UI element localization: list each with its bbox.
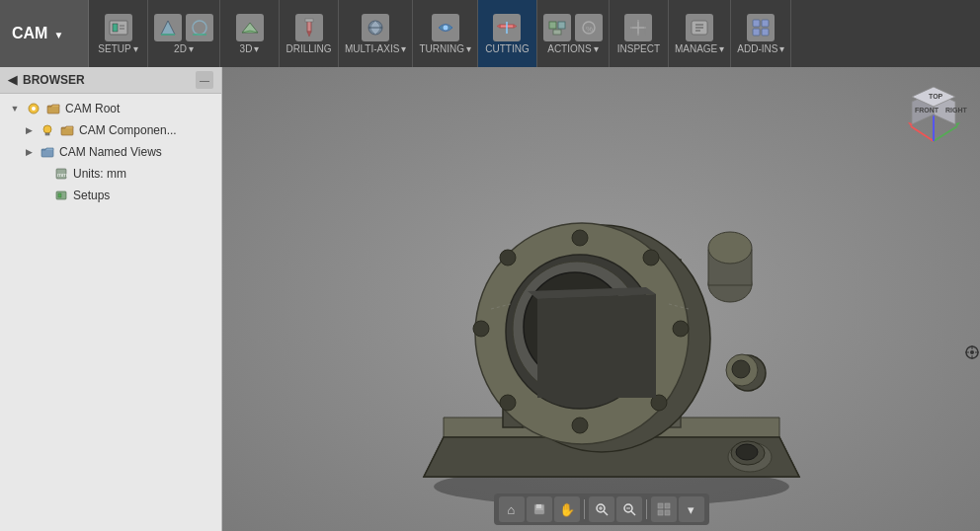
actions-icon2: % xyxy=(575,14,603,41)
zoom-window-button[interactable] xyxy=(616,496,642,522)
manage-icon-row xyxy=(686,14,713,41)
tree-item-units[interactable]: ▶ mm Units: mm xyxy=(0,163,221,185)
svg-marker-8 xyxy=(307,32,311,37)
addins-icon xyxy=(747,14,775,41)
svg-marker-14 xyxy=(497,25,500,28)
svg-rect-29 xyxy=(753,20,760,27)
cam-named-views-label: CAM Named Views xyxy=(59,145,162,159)
svg-rect-1 xyxy=(113,24,118,32)
toolbar-group-setup[interactable]: SETUP ▾ xyxy=(89,0,148,67)
tree-item-cam-components[interactable]: ▶ CAM Componen... xyxy=(0,119,221,141)
browser-title: ◀ BROWSER xyxy=(8,73,85,87)
pan-button[interactable]: ✋ xyxy=(554,496,580,522)
toolbar-group-3d[interactable]: 3D ▾ xyxy=(220,0,280,67)
toolbar-group-multi-axis[interactable]: MULTI-AXIS ▾ xyxy=(339,0,413,67)
svg-text:RIGHT: RIGHT xyxy=(945,107,968,114)
2d-label: 2D ▾ xyxy=(174,43,194,54)
svg-point-12 xyxy=(443,25,449,31)
svg-point-90 xyxy=(970,350,974,354)
manage-icon xyxy=(686,14,713,41)
svg-text:TOP: TOP xyxy=(929,93,943,100)
svg-point-56 xyxy=(572,230,588,246)
viewport[interactable]: RIGHT FRONT TOP ⌂ xyxy=(222,67,980,531)
svg-rect-43 xyxy=(58,193,61,197)
display-button[interactable] xyxy=(651,496,677,522)
cam-components-label: CAM Componen... xyxy=(79,123,177,137)
browser-controls: — xyxy=(196,71,213,89)
main-area: ◀ BROWSER — ▼ xyxy=(0,67,980,531)
toolbar-group-2d[interactable]: 2D ▾ xyxy=(148,0,220,67)
turning-label: TURNING ▾ xyxy=(419,43,471,54)
view-cube[interactable]: RIGHT FRONT TOP xyxy=(896,77,970,151)
cursor xyxy=(963,343,980,361)
cam-menu[interactable]: CAM ▼ xyxy=(0,0,89,67)
svg-point-58 xyxy=(673,321,689,337)
tree-item-cam-root[interactable]: ▼ CAM Root xyxy=(0,98,221,119)
inspect-icon-row xyxy=(624,14,652,41)
svg-rect-96 xyxy=(536,504,541,508)
browser-tree: ▼ CAM Root ▶ xyxy=(0,94,221,531)
svg-line-78 xyxy=(934,126,957,141)
svg-point-57 xyxy=(643,250,659,266)
addins-label: ADD-INS ▾ xyxy=(737,43,784,54)
cam-root-expand: ▼ xyxy=(8,102,22,115)
actions-icon-row: % xyxy=(543,14,603,41)
3d-icon xyxy=(236,14,264,41)
zoom-button[interactable] xyxy=(589,496,614,522)
cam-root-label: CAM Root xyxy=(65,102,120,115)
browser-collapse-btn[interactable]: — xyxy=(196,71,213,89)
tree-item-setups[interactable]: ▶ Setups xyxy=(0,185,221,206)
2d-icon xyxy=(154,14,182,41)
inspect-icon xyxy=(624,14,652,41)
svg-rect-9 xyxy=(305,19,313,22)
2d-icon2 xyxy=(186,14,213,41)
svg-line-99 xyxy=(604,511,608,515)
toolbar-separator-2 xyxy=(646,499,647,519)
svg-text:FRONT: FRONT xyxy=(915,107,939,114)
manage-label: MANAGE ▾ xyxy=(675,43,724,54)
setups-label: Setups xyxy=(73,189,110,202)
drill-icon xyxy=(295,14,323,41)
3d-part xyxy=(365,121,839,516)
svg-rect-17 xyxy=(549,22,556,29)
cam-named-views-expand: ▶ xyxy=(22,145,36,159)
toolbar-group-inspect[interactable]: INSPECT xyxy=(610,0,669,67)
multiaxis-icon xyxy=(362,14,389,41)
tree-item-cam-named-views[interactable]: ▶ CAM Named Views xyxy=(0,141,221,163)
browser-header: ◀ BROWSER — xyxy=(0,67,221,94)
turning-icon-row xyxy=(432,14,459,41)
cam-named-views-icon xyxy=(40,144,55,160)
home-view-button[interactable]: ⌂ xyxy=(499,496,525,522)
toolbar-group-actions[interactable]: % ACTIONS ▾ xyxy=(537,0,610,67)
browser-arrow: ◀ xyxy=(8,73,17,87)
svg-rect-107 xyxy=(658,510,663,515)
toolbar-group-add-ins[interactable]: ADD-INS ▾ xyxy=(731,0,791,67)
display-options-button[interactable]: ▾ xyxy=(679,496,704,522)
toolbar-group-cutting[interactable]: CUTTING xyxy=(478,0,537,67)
2d-icon-row xyxy=(154,14,213,41)
cam-caret: ▼ xyxy=(53,30,63,40)
toolbar-group-drilling[interactable]: DRILLING xyxy=(280,0,339,67)
setup-label: SETUP ▾ xyxy=(98,43,137,54)
save-view-button[interactable] xyxy=(527,496,552,522)
cam-root-folder-icon xyxy=(45,101,61,116)
svg-rect-37 xyxy=(45,133,49,135)
toolbar-group-manage[interactable]: MANAGE ▾ xyxy=(669,0,731,67)
drilling-label: DRILLING xyxy=(286,43,331,54)
svg-rect-30 xyxy=(762,20,769,27)
svg-point-60 xyxy=(572,417,588,433)
svg-rect-108 xyxy=(665,510,670,515)
cutting-icon xyxy=(493,14,521,41)
svg-rect-106 xyxy=(665,503,670,508)
units-icon: mm xyxy=(53,166,69,182)
svg-rect-31 xyxy=(753,29,760,36)
toolbar-group-turning[interactable]: TURNING ▾ xyxy=(413,0,478,67)
addins-icon-row xyxy=(747,14,775,41)
svg-point-72 xyxy=(736,444,758,460)
setup-icon-row xyxy=(105,14,132,41)
main-toolbar: CAM ▼ SETUP ▾ xyxy=(0,0,980,67)
setup-icon xyxy=(105,14,132,41)
units-label: Units: mm xyxy=(73,167,126,181)
browser-title-label: BROWSER xyxy=(23,73,85,87)
multiaxis-label: MULTI-AXIS ▾ xyxy=(345,43,406,54)
